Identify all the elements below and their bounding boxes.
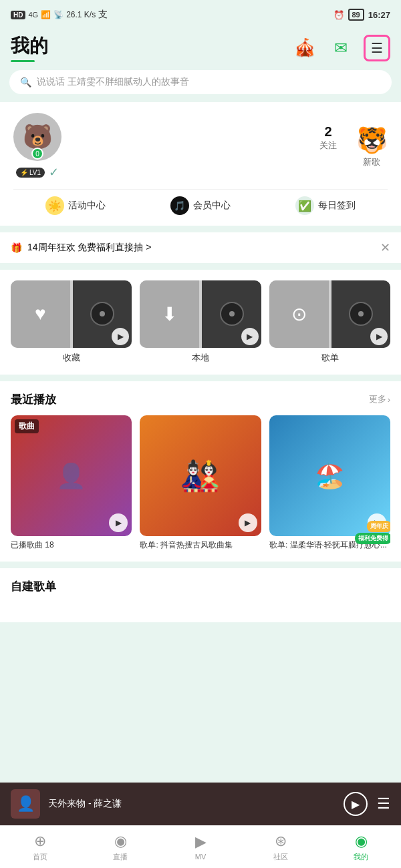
community-label: 社区	[273, 852, 288, 862]
speed-text: 26.1 K/s	[66, 10, 96, 19]
shortcut-member[interactable]: 🎵 会员中心	[170, 196, 231, 215]
recent-item-douyin[interactable]: 🎎 ▶ 歌单: 抖音热搜古风歌曲集	[140, 415, 261, 551]
banner-left[interactable]: 🎁 14周年狂欢 免费福利直接抽 >	[11, 242, 152, 254]
activity-label: 活动中心	[68, 200, 106, 212]
user-shortcuts: ☀️ 活动中心 🎵 会员中心 ✅ 每日签到	[13, 189, 388, 215]
mine-icon: ◉	[355, 833, 368, 850]
battery-icon: 89	[348, 9, 364, 21]
banner-text: 14周年狂欢 免费福利直接抽 >	[27, 242, 152, 254]
pay-icon: 支	[98, 9, 108, 21]
custom-playlist-title: 自建歌单	[11, 579, 56, 594]
songs-label: 歌曲	[15, 419, 39, 433]
playlist-label: 歌单	[269, 352, 390, 364]
live-icon: ◉	[114, 833, 127, 850]
favorites-thumb: ♥ ▶	[11, 280, 132, 348]
bolt-icon: ⚡	[20, 169, 28, 176]
mv-label: MV	[195, 853, 207, 861]
douyin-desc: 歌单: 抖音热搜古风歌曲集	[140, 539, 261, 551]
user-badges: ⚡ LV1 ✓	[16, 165, 59, 180]
custom-playlist-header: 自建歌单	[11, 579, 390, 594]
user-card: 🐻 0 ⚡ LV1 ✓ 2 关注 🐯	[0, 102, 401, 226]
local-thumb: ⬇ ▶	[140, 280, 261, 348]
status-right: ⏰ 89 16:27	[333, 9, 391, 21]
verify-icon: ✓	[49, 165, 59, 180]
new-song-stat[interactable]: 🐯 新歌	[356, 124, 388, 168]
header-title-wrap: 我的	[11, 33, 48, 62]
library-item-favorites[interactable]: ♥ ▶ 收藏	[11, 280, 132, 364]
home-icon: ⊕	[34, 833, 46, 850]
play-pause-button[interactable]: ▶	[344, 792, 368, 816]
user-left: 🐻 0 ⚡ LV1 ✓	[13, 113, 61, 180]
shortcut-activity[interactable]: ☀️ 活动中心	[45, 196, 106, 215]
header: 我的 🎪 ✉ ☰	[0, 29, 401, 70]
anniv-badge: 周年庆	[367, 521, 390, 532]
now-playing-controls: ▶ ☰	[344, 792, 390, 816]
promo-badge: 福利免费得	[355, 533, 390, 544]
nav-item-community[interactable]: ⊛ 社区	[241, 826, 321, 868]
user-right: 2 关注 🐯 新歌	[319, 124, 388, 168]
recent-play-more-button[interactable]: 更多 ›	[369, 393, 390, 405]
more-label: 更多	[369, 393, 386, 405]
nav-item-mv[interactable]: ▶ MV	[160, 826, 241, 868]
nav-item-home[interactable]: ⊕ 首页	[0, 826, 80, 868]
signin-label: 每日签到	[318, 200, 356, 212]
banner-close-button[interactable]: ✕	[380, 240, 390, 255]
recent-item-songs[interactable]: 👤 歌曲 ▶ 已播歌曲 18	[11, 415, 132, 551]
search-icon: 🔍	[20, 77, 31, 87]
mine-label: 我的	[354, 852, 368, 862]
playlist-thumb: ⊙ ▶	[269, 280, 390, 348]
favorites-label: 收藏	[11, 352, 132, 364]
songs-desc: 已播歌曲 18	[11, 539, 132, 551]
recent-play-section: 最近播放 更多 › 👤 歌曲 ▶ 已播歌曲 18 🎎 ▶ 歌单: 抖音热搜古风歌…	[0, 381, 401, 562]
signin-icon: ✅	[295, 196, 314, 215]
library-item-playlist[interactable]: ⊙ ▶ 歌单	[269, 280, 390, 364]
songs-thumb: 👤 歌曲 ▶	[11, 415, 132, 536]
shortcut-signin[interactable]: ✅ 每日签到	[295, 196, 356, 215]
local-label: 本地	[140, 352, 261, 364]
title-underline	[11, 60, 35, 62]
library-section: ♥ ▶ 收藏 ⬇ ▶ 本地	[0, 270, 401, 375]
recent-play-header: 最近播放 更多 ›	[11, 392, 390, 407]
user-card-top: 🐻 0 ⚡ LV1 ✓ 2 关注 🐯	[13, 113, 388, 180]
member-label: 会员中心	[193, 200, 231, 212]
menu-button[interactable]: ☰	[364, 35, 390, 61]
status-left: HD 4G 📶 📡 26.1 K/s 支	[11, 9, 108, 21]
nav-item-mine[interactable]: ◉ 我的	[321, 826, 401, 868]
mv-icon: ▶	[195, 833, 207, 851]
level-badge: ⚡ LV1	[16, 168, 45, 178]
search-placeholder: 说说话 王靖雯不胖细腻动人的故事音	[37, 76, 189, 88]
douyin-play-icon: ▶	[239, 513, 257, 532]
library-item-local[interactable]: ⬇ ▶ 本地	[140, 280, 261, 364]
header-icons: 🎪 ✉ ☰	[291, 35, 390, 61]
avatar-wrap: 🐻 0	[13, 113, 61, 161]
now-playing-title: 天外来物 - 薛之谦	[48, 798, 336, 810]
banner: 🎁 14周年狂欢 免费福利直接抽 > ✕	[0, 232, 401, 263]
gentle-thumb: 🏖️ ▶	[269, 415, 390, 536]
home-label: 首页	[33, 852, 47, 862]
network-icon: 4G	[28, 11, 38, 19]
playlist-play-icon: ▶	[370, 328, 388, 345]
follow-count: 2	[319, 124, 337, 140]
follow-stat[interactable]: 2 关注	[319, 124, 337, 152]
custom-playlist-section: 自建歌单	[0, 568, 401, 622]
message-button[interactable]: ✉	[327, 35, 354, 61]
time-text: 16:27	[368, 10, 390, 20]
hd-badge: HD	[11, 11, 25, 19]
alarm-icon: ⏰	[333, 10, 344, 20]
search-bar[interactable]: 🔍 说说话 王靖雯不胖细腻动人的故事音	[9, 70, 392, 94]
nav-item-live[interactable]: ◉ 直播	[80, 826, 160, 868]
level-text: LV1	[29, 169, 41, 176]
recent-play-grid: 👤 歌曲 ▶ 已播歌曲 18 🎎 ▶ 歌单: 抖音热搜古风歌曲集 🏖️ ▶ 歌单…	[11, 415, 390, 562]
activity-icon: ☀️	[45, 196, 64, 215]
recent-play-title: 最近播放	[11, 392, 56, 407]
signal-icon: 📶	[41, 10, 51, 19]
tiger-badge: 🐯	[356, 124, 388, 156]
new-song-label: 新歌	[356, 156, 388, 168]
member-icon: 🎵	[170, 196, 189, 215]
party-hat-button[interactable]: 🎪	[291, 35, 318, 61]
custom-playlist-content	[11, 602, 390, 622]
recent-item-gentle[interactable]: 🏖️ ▶ 歌单: 温柔华语·轻抚耳膜疗愈心... 周年庆 福利免费得	[269, 415, 390, 551]
live-label: 直播	[113, 852, 128, 862]
playlist-button[interactable]: ☰	[377, 795, 390, 813]
follow-label: 关注	[319, 140, 337, 152]
